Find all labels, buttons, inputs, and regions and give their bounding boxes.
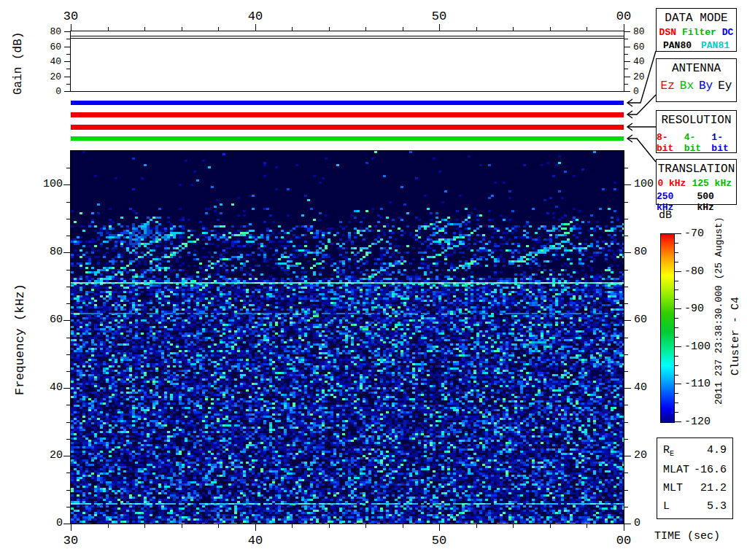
time-minor-tick-bottom — [550, 524, 551, 528]
translation-panel: TRANSLATION 0 kHz 125 kHz 250 kHz 500 kH… — [656, 159, 737, 205]
freq-minor-tick-right — [624, 422, 628, 423]
freq-major-tick-left — [63, 524, 70, 524]
freq-minor-tick-right — [624, 354, 628, 355]
freq-minor-tick-left — [66, 490, 70, 491]
spacecraft-label: Cluster - C4 — [729, 297, 742, 376]
data-mode-panel: DATA MODE DSN Filter DC PAN80 PAN81 — [656, 8, 737, 52]
time-minor-tick-top — [476, 27, 477, 31]
freq-minor-tick-right — [624, 439, 628, 440]
time-minor-tick-top — [513, 27, 514, 31]
time-minor-tick-bottom — [292, 524, 293, 528]
spectrogram-plot-box — [70, 150, 624, 524]
gain-minor-tick-right — [624, 54, 628, 55]
time-minor-tick-bottom — [587, 524, 587, 528]
colorbar-minor-tick — [675, 337, 678, 338]
time-minor-tick-bottom — [403, 524, 403, 528]
gain-tick-label-left: 60 — [34, 42, 61, 52]
colorbar-major-tick — [675, 346, 681, 347]
time-tick-label-bottom: 00 — [616, 534, 631, 548]
option-by: By — [699, 79, 713, 93]
resolution-bar — [71, 125, 624, 130]
time-tick-label-bottom: 30 — [63, 534, 78, 548]
freq-tick-label-left: 20 — [31, 449, 63, 462]
ephemeris-panel: RE 4.9 MLAT -16.6 MLT 21.2 L 5.3 — [657, 438, 733, 519]
ephemeris-label: MLAT — [663, 464, 689, 476]
freq-minor-tick-right — [624, 303, 628, 304]
time-major-tick-bottom — [624, 524, 624, 531]
option-0khz: 0 kHz — [657, 178, 686, 189]
gain-tick-label-right: 60 — [633, 42, 645, 52]
colorbar-minor-tick — [675, 393, 678, 394]
option-dc: DC — [722, 27, 734, 38]
freq-minor-tick-left — [66, 422, 70, 423]
freq-major-tick-right — [624, 252, 631, 253]
freq-major-tick-left — [63, 320, 70, 321]
colorbar-major-tick — [675, 308, 681, 309]
colorbar-minor-tick — [675, 375, 678, 376]
freq-major-tick-right — [624, 524, 631, 524]
colorbar-unit-label: dB — [659, 209, 672, 222]
time-minor-tick-bottom — [329, 524, 330, 528]
freq-minor-tick-left — [66, 338, 70, 338]
colorbar-minor-tick — [675, 318, 678, 319]
colorbar-minor-tick — [675, 289, 678, 290]
freq-tick-label-right: 80 — [634, 246, 647, 258]
freq-minor-tick-left — [66, 371, 70, 372]
gain-major-tick-left — [64, 77, 70, 77]
freq-major-tick-left — [63, 184, 70, 185]
option-pan80: PAN80 — [663, 40, 692, 51]
time-minor-tick-bottom — [365, 524, 366, 528]
freq-minor-tick-right — [624, 405, 628, 405]
gain-major-tick-left — [64, 61, 70, 62]
gain-tick-label-left: 0 — [34, 86, 61, 97]
freq-minor-tick-left — [66, 507, 70, 508]
time-major-tick-bottom — [439, 524, 440, 531]
gain-tick-label-left: 80 — [34, 26, 61, 37]
time-minor-tick-top — [329, 27, 330, 31]
colorbar-minor-tick — [675, 356, 678, 357]
ephemeris-label: RE — [663, 444, 674, 458]
freq-tick-label-left: 40 — [31, 381, 63, 394]
freq-minor-tick-right — [624, 287, 628, 287]
option-pan81: PAN81 — [701, 40, 729, 51]
gain-major-tick-right — [624, 31, 630, 32]
time-tick-label-bottom: 40 — [248, 534, 263, 548]
gain-tick-label-right: 0 — [633, 86, 639, 97]
gain-tick-label-left: 20 — [34, 71, 61, 82]
gain-minor-tick-left — [66, 84, 70, 85]
gain-tick-label-left: 40 — [34, 56, 61, 67]
freq-minor-tick-right — [624, 236, 628, 236]
time-minor-tick-top — [182, 27, 182, 31]
ephemeris-row-mlat: MLAT -16.6 — [663, 464, 727, 476]
ephemeris-row-re: RE 4.9 — [663, 444, 727, 458]
antenna-options: Ez Bx By Ey — [657, 79, 736, 93]
freq-minor-tick-left — [66, 472, 70, 473]
time-tick-label-top: 00 — [616, 9, 631, 23]
resolution-options: 8-bit 4-bit 1-bit — [657, 132, 736, 154]
colorbar-major-tick — [675, 233, 681, 234]
time-minor-tick-top — [292, 27, 293, 31]
gain-major-tick-right — [624, 77, 630, 77]
colorbar-minor-tick — [675, 299, 678, 300]
freq-minor-tick-right — [624, 168, 628, 168]
time-minor-tick-top — [365, 27, 366, 31]
freq-tick-label-right: 60 — [634, 314, 647, 326]
gain-major-tick-left — [64, 47, 70, 47]
colorbar-tick-label: -70 — [684, 228, 704, 240]
freq-tick-label-left: 60 — [31, 314, 63, 326]
spectrogram-canvas — [71, 151, 624, 524]
option-dsn: DSN — [659, 27, 676, 38]
colorbar-minor-tick — [675, 281, 678, 281]
colorbar-major-tick — [675, 384, 681, 384]
freq-major-tick-right — [624, 456, 631, 456]
ephemeris-label: MLT — [663, 482, 683, 494]
ephemeris-value: -16.6 — [694, 464, 727, 476]
freq-minor-tick-right — [624, 371, 628, 372]
colorbar-minor-tick — [675, 252, 678, 253]
time-tick-label-top: 40 — [248, 9, 263, 23]
data-mode-title: DATA MODE — [657, 12, 736, 25]
time-axis-title: TIME (sec) — [654, 530, 720, 542]
freq-minor-tick-right — [624, 270, 628, 271]
wbd-spectrogram-display: Gain (dB) Frequency (kHz) DATA MODE DSN … — [0, 0, 747, 560]
freq-minor-tick-right — [624, 490, 628, 491]
